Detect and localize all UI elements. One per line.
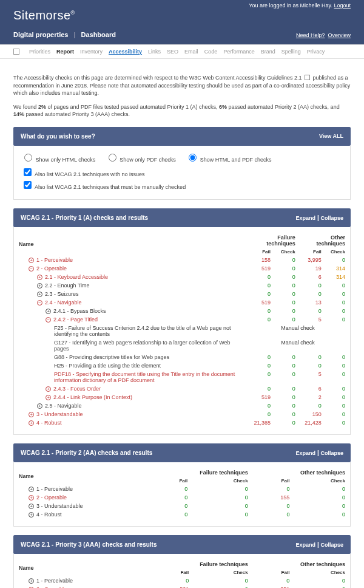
section-band-aa: WCAG 2.1 - Priority 2 (AA) checks and re…	[13, 443, 351, 462]
tab-brand[interactable]: Brand	[261, 49, 275, 55]
cell-fail-failure: 0	[247, 315, 274, 324]
tab-spelling[interactable]: Spelling	[281, 49, 301, 55]
cell-check-failure: 0	[274, 256, 299, 264]
cell-check-other: 0	[325, 402, 349, 410]
filter-title: What do you wish to see?	[21, 133, 95, 140]
criterion-link[interactable]: 2.4.2 - Page Titled	[53, 316, 98, 323]
tab-report[interactable]: Report	[56, 49, 74, 55]
expand-icon[interactable]: +	[29, 512, 34, 518]
criterion-link[interactable]: 1 - Perceivable	[36, 486, 73, 492]
radio-html[interactable]: Show only HTML checks	[21, 157, 95, 163]
cell-check-failure: 0	[192, 585, 251, 588]
radio-both[interactable]: Show HTML and PDF checks	[186, 157, 271, 163]
criterion-link[interactable]: 2 - Operable	[36, 265, 67, 272]
logout-link[interactable]: Logout	[334, 2, 351, 9]
table-row: +3 - Understandable001500	[15, 410, 349, 419]
criterion-link[interactable]: 2.4.1 - Bypass Blocks	[53, 308, 106, 314]
radio-pdf[interactable]: Show only PDF checks	[106, 157, 176, 163]
cell-check-other: 0	[293, 493, 349, 502]
expand-icon[interactable]: +	[29, 412, 34, 417]
cell-check-failure: 0	[274, 410, 299, 419]
cell-check-failure: 0	[191, 502, 251, 510]
need-help-link[interactable]: Need Help?	[296, 32, 325, 38]
collapse-link[interactable]: Collapse	[320, 450, 343, 456]
tab-accessibility[interactable]: Accessibility	[109, 49, 142, 55]
overview-link[interactable]: Overview	[328, 32, 351, 38]
criterion-link[interactable]: 3 - Understandable	[36, 411, 83, 417]
expand-link[interactable]: Expand	[296, 542, 316, 548]
tab-inventory[interactable]: Inventory	[80, 49, 103, 55]
expand-icon[interactable]: +	[29, 420, 34, 426]
breadcrumb-1[interactable]: Digital properties	[13, 31, 68, 38]
expand-link[interactable]: Expand	[296, 450, 316, 456]
collapse-icon[interactable]: −	[46, 317, 51, 323]
cell-check-other: 0	[325, 385, 349, 393]
cell-fail-failure: 0	[247, 353, 274, 361]
criterion-link[interactable]: 2.2 - Enough Time	[45, 282, 90, 289]
view-all-link[interactable]: View ALL	[319, 133, 343, 139]
results-table-aa: NameFailure techniquesOther techniquesFa…	[15, 468, 349, 519]
tab-performance[interactable]: Performance	[223, 49, 255, 55]
criterion-link[interactable]: 4 - Robust	[36, 511, 62, 518]
expand-icon[interactable]: +	[29, 504, 34, 509]
table-row: +1 - Perceivable0000	[15, 485, 349, 493]
breadcrumb-2[interactable]: Dashboard	[81, 31, 115, 38]
cell-check-failure: 0	[274, 298, 299, 307]
cell-fail-failure: 0	[247, 410, 274, 419]
cell-fail-failure: 519	[247, 393, 274, 402]
criterion-link[interactable]: 2.4.4 - Link Purpose (In Context)	[53, 394, 132, 400]
collapse-icon[interactable]: −	[29, 266, 34, 272]
criterion-link[interactable]: 2.5 - Navigable	[45, 403, 82, 409]
cell-check-other: 0	[325, 370, 349, 385]
check-noissues[interactable]: Also list WCAG 2.1 techniques with no is…	[21, 166, 343, 178]
expand-link[interactable]: Expand	[296, 215, 316, 221]
criterion-link[interactable]: 2.3 - Seizures	[45, 291, 79, 297]
crumb-sep: |	[70, 31, 79, 38]
cell-fail-other: 351	[252, 585, 294, 588]
table-row: +1 - Perceivable0000	[15, 576, 349, 585]
expand-icon[interactable]: +	[29, 578, 34, 584]
report-tabs: Priorities Report Inventory Accessibilit…	[0, 44, 364, 59]
tab-privacy[interactable]: Privacy	[307, 49, 325, 55]
expand-icon[interactable]: +	[37, 292, 42, 297]
tab-seo[interactable]: SEO	[167, 49, 178, 55]
expand-icon[interactable]: +	[46, 386, 51, 392]
cell-fail-other: 21,428	[299, 419, 325, 427]
cell-check-other: 0	[325, 353, 349, 361]
criterion-link[interactable]: 1 - Perceivable	[36, 257, 73, 263]
criterion-link[interactable]: 2.4 - Navigable	[45, 299, 82, 306]
expand-icon[interactable]: +	[37, 283, 42, 289]
check-manual[interactable]: Also list WCAG 2.1 techniques that must …	[21, 179, 343, 191]
tab-links[interactable]: Links	[148, 49, 161, 55]
criterion-link[interactable]: 4 - Robust	[36, 420, 62, 426]
expand-icon[interactable]: +	[37, 275, 42, 280]
cell-fail-failure: 0	[247, 370, 274, 385]
expand-icon[interactable]: +	[46, 309, 51, 314]
expand-icon[interactable]: +	[29, 258, 34, 263]
cell-fail-failure: 0	[247, 281, 274, 290]
criterion-link[interactable]: 2.4.3 - Focus Order	[53, 386, 101, 392]
collapse-link[interactable]: Collapse	[320, 215, 343, 221]
col-failgrp: Failure techniques	[148, 468, 252, 477]
criterion-link[interactable]: 3 - Understandable	[36, 503, 83, 509]
cell-fail-other: 0	[252, 485, 294, 493]
criterion-link[interactable]: 1 - Perceivable	[36, 578, 73, 584]
expand-icon[interactable]: +	[29, 487, 34, 492]
expand-icon[interactable]: +	[46, 395, 51, 400]
tab-email[interactable]: Email	[184, 49, 198, 55]
cell-fail-other: 0	[252, 576, 294, 585]
expand-icon[interactable]: +	[29, 495, 34, 501]
tab-priorities[interactable]: Priorities	[29, 49, 50, 55]
cell-fail-other: 0	[299, 281, 325, 290]
cell-fail-other: 13	[299, 298, 325, 307]
table-row: G127 - Identifying a Web page's relation…	[15, 338, 349, 353]
criterion-link[interactable]: 2 - Operable	[36, 494, 67, 501]
expand-icon[interactable]: +	[37, 403, 42, 409]
collapse-link[interactable]: Collapse	[320, 542, 343, 548]
tab-code[interactable]: Code	[204, 49, 218, 55]
criterion-link[interactable]: 2.1 - Keyboard Accessible	[45, 274, 108, 280]
cell-fail-failure: 21,365	[247, 419, 274, 427]
collapse-icon[interactable]: −	[37, 300, 42, 306]
cell-fail-other: 6	[299, 273, 325, 281]
criterion-link: F25 - Failure of Success Criterion 2.4.2…	[54, 325, 231, 337]
